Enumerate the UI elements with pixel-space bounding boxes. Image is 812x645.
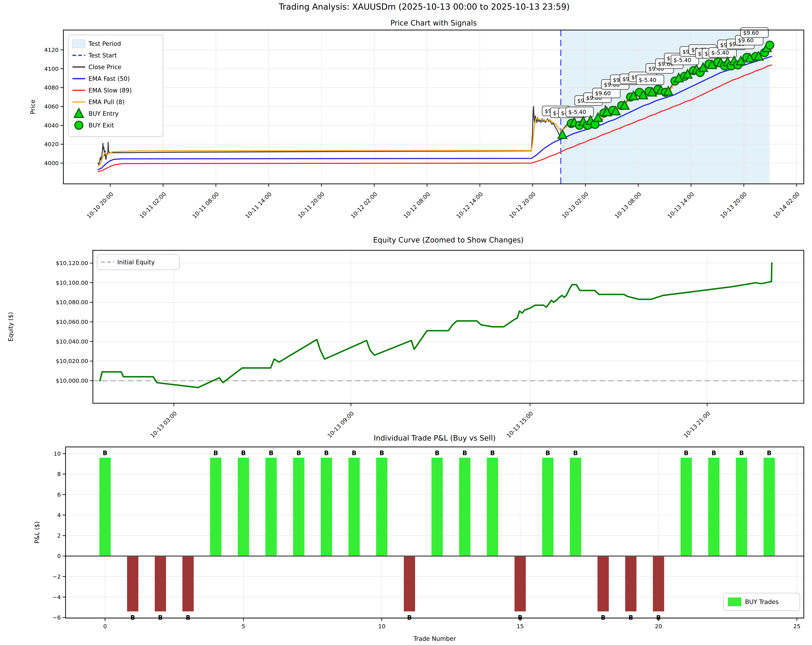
x-tick-label: 10-11 14:00 <box>244 191 273 220</box>
trade-pnl-label: $-5.40 <box>711 50 729 56</box>
x-tick-label: 10-10 20:00 <box>85 191 114 220</box>
x-tick-label: 10-13 02:00 <box>560 191 589 220</box>
y-tick-label: $10,060.00 <box>56 319 88 325</box>
y-tick-label: 10 <box>54 450 61 457</box>
x-tick-label: 10-12 02:00 <box>350 191 379 220</box>
bar-side-label: B <box>629 614 633 621</box>
x-tick-label: 10-14 02:00 <box>772 191 801 220</box>
y-tick-label: −2 <box>52 573 61 580</box>
pnl-bar <box>432 457 443 556</box>
legend-label: BUY Exit <box>89 122 114 129</box>
pnl-bar <box>182 556 194 611</box>
trade-pnl-label: $9.60 <box>595 90 611 96</box>
legend-label: EMA Fast (50) <box>89 75 130 82</box>
bar-side-label: B <box>241 449 246 457</box>
trade-pnl-annotation: $9.60 <box>741 27 768 38</box>
pnl-bar <box>376 457 388 556</box>
bar-side-label: B <box>711 449 716 457</box>
equity-chart: 10-13 03:0010-13 09:0010-13 15:0010-13 2… <box>7 236 804 439</box>
price-chart: $9.60$-5.40$-5.40$-5.40$9.60$9.60$9.60$9… <box>29 19 804 220</box>
y-tick-label: 4120 <box>44 47 59 53</box>
x-tick-label: 20 <box>655 623 662 630</box>
y-tick-label: $10,040.00 <box>56 338 88 345</box>
y-tick-label: $10,120.00 <box>56 260 88 266</box>
trading-analysis-figure: $9.60$-5.40$-5.40$-5.40$9.60$9.60$9.60$9… <box>0 0 812 645</box>
x-tick-label: 10-11 20:00 <box>296 191 325 220</box>
x-tick-label: 10-13 08:00 <box>614 191 642 220</box>
equity-axis-label: Equity ($) <box>7 312 14 342</box>
bar-side-label: B <box>186 614 191 621</box>
bar-side-label: B <box>684 449 688 457</box>
pnl-bar <box>99 457 111 556</box>
bar-side-label: B <box>103 449 107 457</box>
bar-side-label: B <box>296 449 301 457</box>
y-tick-label: $10,100.00 <box>56 279 88 286</box>
equity-chart-title: Equity Curve (Zoomed to Show Changes) <box>373 236 524 244</box>
pnl-chart-title: Individual Trade P&L (Buy vs Sell) <box>374 434 496 442</box>
bar-side-label: B <box>545 449 550 457</box>
legend-swatch-buy-trades <box>728 598 741 606</box>
pnl-bar <box>625 556 636 611</box>
bar-side-label: B <box>601 614 606 621</box>
bar-side-label: B <box>352 449 357 457</box>
legend-label: Test Start <box>88 52 117 59</box>
pnl-chart: BBBBBBBBBBBBBBBBBBBBBBBBB051015202510864… <box>34 434 804 642</box>
trade-pnl-annotation: $-5.40 <box>566 107 594 117</box>
x-tick-label: 25 <box>793 623 800 630</box>
pnl-bar <box>266 457 277 556</box>
y-tick-label: 4020 <box>44 141 59 148</box>
x-tick-label: 10-11 02:00 <box>138 191 167 220</box>
x-tick-label: 10-13 21:00 <box>682 410 711 439</box>
bar-side-label: B <box>767 449 772 457</box>
pnl-bar <box>321 457 332 556</box>
x-tick-label: 10-11 08:00 <box>191 191 220 220</box>
legend-label: Close Price <box>89 64 121 71</box>
bar-side-label: B <box>573 449 578 457</box>
pnl-bar <box>127 556 138 611</box>
legend-box <box>68 35 163 137</box>
trade-pnl-label: $-5.40 <box>639 77 656 83</box>
y-tick-label: 4100 <box>44 66 59 72</box>
x-tick-label: 10-13 20:00 <box>719 191 748 220</box>
pnl-xaxis-label: Trade Number <box>413 635 456 642</box>
y-tick-label: 0 <box>57 553 61 559</box>
legend-label: Test Period <box>88 40 121 47</box>
y-tick-label: −4 <box>52 594 61 601</box>
y-tick-label: 4040 <box>44 122 59 129</box>
legend-swatch-test-period <box>72 40 85 48</box>
legend-label: EMA Pull (8) <box>89 99 125 105</box>
x-tick-label: 10-13 14:00 <box>666 191 695 220</box>
pnl-bar <box>736 457 747 556</box>
trade-pnl-annotation: $-5.40 <box>636 75 664 85</box>
x-tick-label: 10-13 09:00 <box>326 410 355 439</box>
x-tick-label: 5 <box>241 623 245 630</box>
x-tick-label: 10 <box>378 623 385 630</box>
price-axis-label: Price <box>29 99 37 114</box>
trade-pnl-label: $9.60 <box>738 37 754 44</box>
pnl-axis-label: P&L ($) <box>34 521 41 543</box>
trade-pnl-label: $9.60 <box>743 30 759 36</box>
x-tick-label: 10-12 08:00 <box>402 191 431 220</box>
price-chart-title: Price Chart with Signals <box>390 19 477 27</box>
y-tick-label: 4060 <box>44 103 59 110</box>
pnl-bar <box>763 457 775 556</box>
pnl-bar <box>708 457 719 556</box>
buy-exit-marker <box>766 41 774 49</box>
bar-side-label: B <box>130 614 135 621</box>
pnl-bar <box>155 556 166 611</box>
legend-swatch-buy-exit <box>75 121 83 129</box>
bar-side-label: B <box>158 614 163 621</box>
trade-pnl-label: $-5.40 <box>568 109 586 115</box>
pnl-bar <box>293 457 304 556</box>
pnl-legend: BUY Trades <box>723 593 800 611</box>
legend-label: BUY Entry <box>89 110 119 117</box>
y-tick-label: $10,020.00 <box>56 358 88 364</box>
pnl-bar <box>404 556 415 611</box>
bar-side-label: B <box>407 614 412 621</box>
y-tick-label: 4 <box>57 512 61 518</box>
pnl-bar <box>348 457 360 556</box>
legend-label: BUY Trades <box>745 598 779 605</box>
pnl-bar <box>514 556 526 611</box>
x-tick-label: 10-12 20:00 <box>508 191 537 220</box>
y-tick-label: 6 <box>57 491 61 498</box>
